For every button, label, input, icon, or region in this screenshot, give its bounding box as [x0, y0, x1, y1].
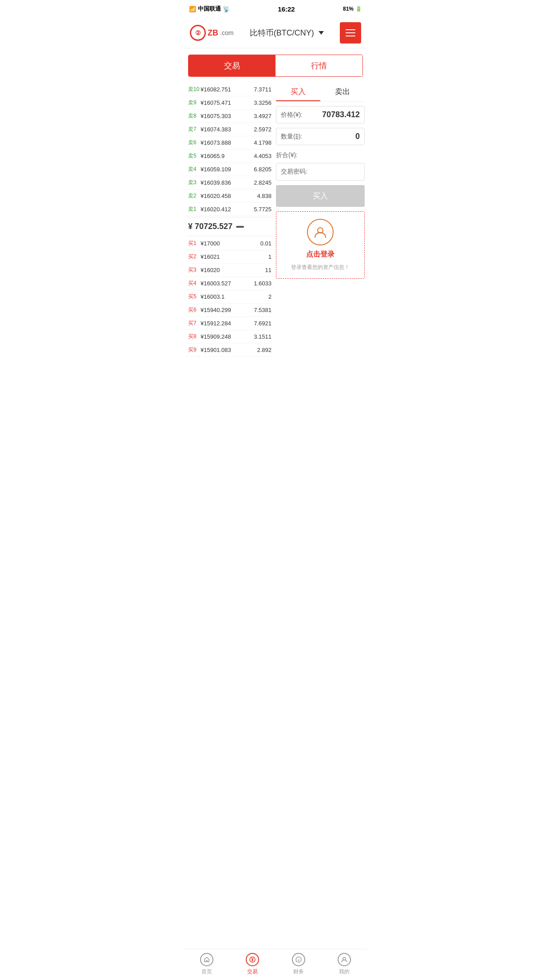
tab-market[interactable]: 行情 — [276, 55, 362, 76]
buy-button[interactable]: 买入 — [276, 185, 365, 207]
sell-order-row[interactable]: 卖7 ¥16074.383 2.5972 — [186, 123, 273, 136]
sell-order-row[interactable]: 卖5 ¥16065.9 4.4053 — [186, 150, 273, 163]
buy-price: ¥16003.527 — [201, 280, 252, 287]
buy-amount: 7.5381 — [252, 307, 272, 313]
buy-order-row[interactable]: 买4 ¥16003.527 1.6033 — [186, 277, 273, 290]
price-field: 价格(¥): 70783.412 — [276, 106, 365, 123]
header-title[interactable]: 比特币(BTC/CNY) — [250, 28, 324, 38]
buy-price: ¥16003.1 — [201, 293, 252, 300]
buy-label: 买8 — [188, 333, 201, 340]
buy-label: 买6 — [188, 306, 201, 314]
status-time: 16:22 — [278, 5, 295, 13]
sell-order-row[interactable]: 卖3 ¥16039.836 2.8245 — [186, 176, 273, 190]
buy-order-row[interactable]: 买2 ¥16021 1 — [186, 250, 273, 264]
sell-price: ¥16039.836 — [201, 179, 252, 186]
sell-amount: 4.4053 — [252, 153, 272, 159]
sell-label: 卖8 — [188, 112, 201, 120]
buy-order-row[interactable]: 买9 ¥15901.083 2.892 — [186, 344, 273, 357]
wifi-icon: 📡 — [223, 6, 230, 12]
buy-price: ¥15901.083 — [201, 347, 252, 353]
main-content: 卖10 ¥16082.751 7.3711 卖9 ¥16075.471 3.32… — [184, 83, 367, 357]
zhehe-row: 折合(¥): — [276, 150, 365, 163]
tab-trading[interactable]: 交易 — [189, 55, 276, 76]
sell-order-row[interactable]: 卖1 ¥16020.412 5.7725 — [186, 203, 273, 216]
buy-label: 买3 — [188, 266, 201, 274]
main-tab-bar: 交易 行情 — [188, 55, 363, 77]
current-price: ¥ 70725.527 — [188, 222, 232, 231]
logo-domain: .com — [220, 29, 233, 36]
logo-circle-icon: ② — [190, 25, 206, 41]
buy-order-row[interactable]: 买5 ¥16003.1 2 — [186, 290, 273, 304]
signal-icon: 📶 — [189, 6, 196, 12]
buy-amount: 11 — [252, 267, 272, 273]
sell-order-row[interactable]: 卖9 ¥16075.471 3.3256 — [186, 96, 273, 110]
chevron-down-icon — [319, 31, 324, 35]
sell-order-row[interactable]: 卖2 ¥16020.458 4.838 — [186, 190, 273, 203]
buy-price: ¥15909.248 — [201, 333, 252, 340]
login-avatar-icon — [307, 219, 334, 245]
sell-amount: 5.7725 — [252, 206, 272, 213]
sell-amount: 4.838 — [252, 193, 272, 199]
password-label: 交易密码: — [281, 168, 307, 176]
logo-zb: ZB — [208, 28, 218, 38]
sell-price: ¥16075.471 — [201, 99, 252, 106]
sell-amount: 2.5972 — [252, 126, 272, 133]
buy-price: ¥16021 — [201, 253, 252, 260]
sell-amount: 2.8245 — [252, 179, 272, 186]
status-right: 81% 🔋 — [343, 6, 362, 12]
buy-order-row[interactable]: 买7 ¥15912.284 7.6921 — [186, 317, 273, 330]
sell-amount: 4.1798 — [252, 139, 272, 146]
sell-label: 卖3 — [188, 179, 201, 186]
buy-price: ¥16020 — [201, 267, 252, 273]
buy-order-row[interactable]: 买6 ¥15940.299 7.5381 — [186, 304, 273, 317]
tab-sell[interactable]: 卖出 — [320, 83, 365, 101]
buy-label: 买5 — [188, 293, 201, 300]
logo: ② ZB .com — [190, 25, 233, 41]
order-book: 卖10 ¥16082.751 7.3711 卖9 ¥16075.471 3.32… — [186, 83, 273, 357]
buy-label: 买1 — [188, 240, 201, 247]
buy-amount: 2 — [252, 293, 272, 300]
current-price-row: ¥ 70725.527 — [186, 217, 273, 236]
login-desc: 登录查看您的资产信息！ — [289, 264, 351, 271]
quantity-value[interactable]: 0 — [305, 132, 360, 141]
app-header: ② ZB .com 比特币(BTC/CNY) — [184, 18, 367, 48]
buy-price: ¥15940.299 — [201, 307, 252, 313]
sell-amount: 3.3256 — [252, 99, 272, 106]
sell-order-row[interactable]: 卖4 ¥16059.109 6.8205 — [186, 163, 273, 176]
login-text[interactable]: 点击登录 — [306, 250, 335, 259]
price-value[interactable]: 70783.412 — [305, 110, 360, 119]
sell-label: 卖5 — [188, 152, 201, 160]
sell-price: ¥16073.888 — [201, 139, 252, 146]
status-left: 📶 中国联通 📡 — [189, 5, 230, 13]
sell-price: ¥16020.412 — [201, 206, 252, 213]
sell-order-row[interactable]: 卖10 ¥16082.751 7.3711 — [186, 83, 273, 96]
buy-amount: 1.6033 — [252, 280, 272, 287]
sell-label: 卖2 — [188, 192, 201, 200]
quantity-field: 数量(₿): 0 — [276, 128, 365, 145]
sell-price: ¥16075.303 — [201, 113, 252, 119]
buy-order-row[interactable]: 买3 ¥16020 11 — [186, 264, 273, 277]
sell-price: ¥16065.9 — [201, 153, 252, 159]
battery-percent: 81% — [343, 6, 354, 12]
buy-amount: 0.01 — [252, 240, 272, 247]
sell-amount: 3.4927 — [252, 113, 272, 119]
menu-line-1 — [346, 29, 355, 30]
sell-price: ¥16074.383 — [201, 126, 252, 133]
menu-line-2 — [346, 32, 355, 33]
buy-amount: 2.892 — [252, 347, 272, 353]
buy-price: ¥15912.284 — [201, 320, 252, 327]
status-bar: 📶 中国联通 📡 16:22 81% 🔋 — [184, 0, 367, 18]
password-field[interactable]: 交易密码: — [276, 163, 365, 181]
sell-price: ¥16059.109 — [201, 166, 252, 173]
sell-label: 卖6 — [188, 139, 201, 146]
login-section[interactable]: 点击登录 登录查看您的资产信息！ — [276, 211, 365, 279]
sell-order-row[interactable]: 卖8 ¥16075.303 3.4927 — [186, 110, 273, 123]
sell-label: 卖10 — [188, 86, 201, 93]
sell-order-row[interactable]: 卖6 ¥16073.888 4.1798 — [186, 136, 273, 150]
hamburger-menu-button[interactable] — [340, 22, 361, 43]
buy-order-row[interactable]: 买8 ¥15909.248 3.1511 — [186, 330, 273, 344]
quantity-label: 数量(₿): — [281, 133, 302, 141]
tab-buy[interactable]: 买入 — [276, 83, 320, 101]
buy-order-row[interactable]: 买1 ¥17000 0.01 — [186, 237, 273, 250]
buy-price: ¥17000 — [201, 240, 252, 247]
